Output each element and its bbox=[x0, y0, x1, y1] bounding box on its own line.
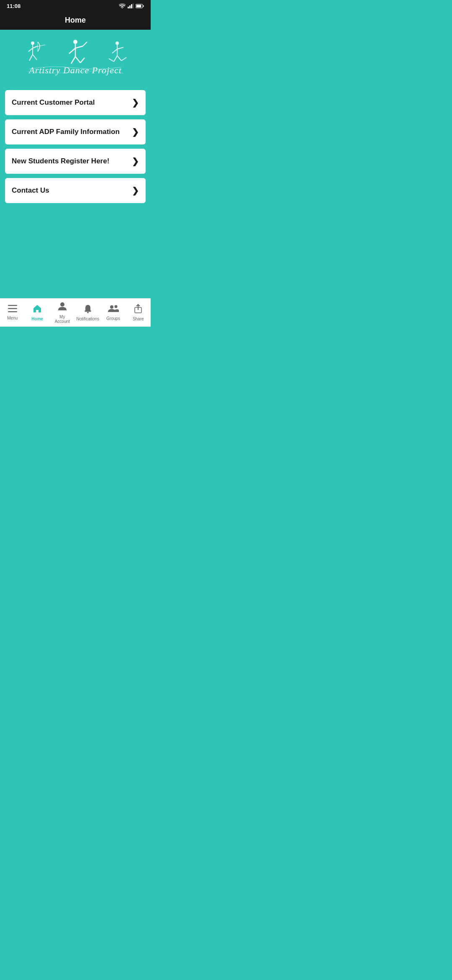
svg-line-15 bbox=[38, 45, 45, 46]
wifi-icon bbox=[119, 3, 126, 8]
svg-line-19 bbox=[75, 46, 83, 48]
svg-rect-37 bbox=[85, 311, 91, 312]
svg-point-8 bbox=[31, 41, 34, 45]
battery-icon bbox=[136, 4, 144, 8]
nav-groups[interactable]: Groups bbox=[101, 299, 126, 327]
bottom-nav: Menu Home My Account Notificatio bbox=[0, 298, 151, 327]
contact-us-button[interactable]: Contact Us ❯ bbox=[5, 178, 146, 203]
svg-line-12 bbox=[29, 54, 33, 61]
header-title: Home bbox=[65, 16, 86, 24]
home-icon bbox=[33, 304, 42, 315]
nav-notifications[interactable]: Notifications bbox=[75, 299, 101, 327]
svg-rect-34 bbox=[8, 308, 17, 309]
nav-menu[interactable]: Menu bbox=[0, 299, 25, 327]
svg-line-21 bbox=[75, 57, 80, 63]
svg-rect-33 bbox=[8, 305, 17, 306]
svg-line-22 bbox=[80, 58, 85, 63]
status-time: 11:08 bbox=[7, 3, 21, 9]
svg-line-23 bbox=[83, 42, 87, 46]
svg-line-30 bbox=[109, 59, 114, 62]
svg-rect-4 bbox=[133, 3, 134, 8]
svg-line-20 bbox=[71, 57, 75, 64]
logo-container: Artistry Dance Project bbox=[5, 36, 146, 90]
svg-line-31 bbox=[121, 57, 126, 61]
svg-rect-35 bbox=[8, 311, 17, 312]
svg-line-10 bbox=[28, 48, 33, 52]
svg-line-18 bbox=[69, 48, 75, 54]
svg-rect-7 bbox=[136, 5, 141, 7]
account-icon bbox=[58, 302, 67, 313]
svg-line-13 bbox=[33, 54, 37, 60]
current-customer-portal-button[interactable]: Current Customer Portal ❯ bbox=[5, 90, 146, 115]
status-bar: 11:08 bbox=[0, 0, 151, 12]
svg-rect-6 bbox=[143, 5, 144, 7]
svg-line-26 bbox=[112, 49, 117, 53]
svg-line-29 bbox=[117, 56, 121, 61]
svg-rect-3 bbox=[131, 4, 132, 8]
share-icon bbox=[134, 304, 142, 315]
new-students-register-button[interactable]: New Students Register Here! ❯ bbox=[5, 149, 146, 174]
nav-home[interactable]: Home bbox=[25, 299, 50, 327]
svg-point-39 bbox=[114, 305, 117, 308]
notifications-icon bbox=[83, 304, 92, 315]
logo: Artistry Dance Project bbox=[17, 38, 134, 84]
groups-icon bbox=[108, 304, 119, 315]
nav-share[interactable]: Share bbox=[126, 299, 151, 327]
main-content: Artistry Dance Project Current Customer … bbox=[0, 30, 151, 298]
svg-point-38 bbox=[110, 305, 113, 309]
current-adp-family-information-button[interactable]: Current ADP Family Information ❯ bbox=[5, 119, 146, 144]
status-icons bbox=[119, 3, 144, 8]
signal-icon bbox=[128, 3, 134, 8]
svg-point-24 bbox=[116, 41, 119, 45]
svg-line-27 bbox=[117, 47, 123, 49]
app-header: Home bbox=[0, 12, 151, 30]
logo-svg: Artistry Dance Project bbox=[17, 38, 134, 84]
svg-point-16 bbox=[73, 40, 77, 44]
svg-text:Artistry Dance Project: Artistry Dance Project bbox=[28, 65, 122, 75]
menu-icon bbox=[8, 305, 17, 315]
nav-my-account[interactable]: My Account bbox=[50, 299, 75, 327]
svg-point-36 bbox=[60, 302, 64, 307]
svg-rect-1 bbox=[128, 7, 129, 8]
svg-rect-2 bbox=[129, 5, 131, 8]
svg-line-11 bbox=[33, 46, 38, 48]
svg-point-0 bbox=[122, 8, 123, 9]
svg-line-28 bbox=[114, 56, 117, 62]
